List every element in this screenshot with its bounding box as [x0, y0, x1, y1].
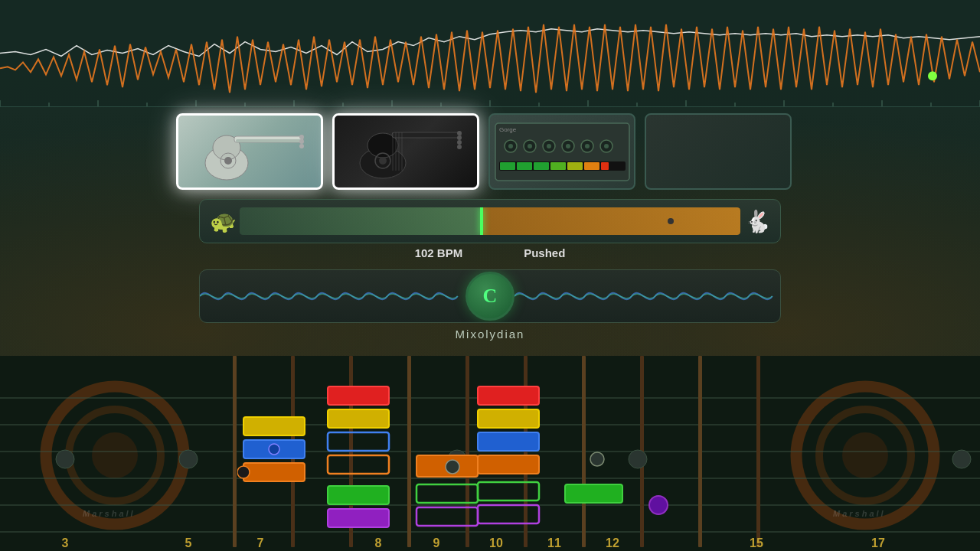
key-waveform-left — [200, 270, 466, 322]
svg-text:Marshall: Marshall — [833, 509, 886, 518]
tempo-dot — [668, 218, 674, 224]
svg-point-41 — [457, 140, 462, 145]
svg-rect-88 — [698, 356, 702, 547]
svg-rect-24 — [236, 139, 303, 142]
svg-point-117 — [446, 460, 459, 474]
svg-point-56 — [604, 144, 609, 148]
card-guitar2[interactable] — [332, 113, 479, 190]
svg-rect-124 — [478, 482, 539, 500]
svg-point-50 — [547, 144, 551, 148]
svg-rect-60 — [534, 162, 549, 170]
svg-rect-114 — [328, 486, 389, 504]
svg-rect-126 — [565, 484, 622, 503]
svg-rect-32 — [392, 132, 461, 138]
svg-point-94 — [952, 450, 971, 468]
tempo-slow-zone — [240, 207, 480, 235]
key-waveform-right — [514, 270, 780, 322]
svg-rect-119 — [416, 507, 478, 526]
notes-fret8 — [322, 356, 421, 547]
tempo-marker — [480, 207, 483, 235]
turtle-icon: 🐢 — [206, 204, 240, 238]
svg-point-46 — [508, 144, 513, 148]
tempo-bar[interactable]: 🐢 🐇 — [199, 199, 781, 243]
svg-text:3: 3 — [62, 536, 69, 549]
svg-rect-89 — [756, 356, 760, 547]
guitar1-image — [188, 121, 311, 182]
svg-rect-80 — [233, 356, 237, 547]
svg-point-39 — [457, 131, 462, 135]
notes-fret10 — [472, 356, 571, 547]
svg-rect-110 — [328, 386, 389, 405]
svg-text:5: 5 — [185, 536, 192, 549]
rabbit-icon: 🐇 — [740, 204, 774, 238]
svg-rect-112 — [328, 432, 389, 451]
notes-fret12 — [628, 356, 689, 547]
svg-text:17: 17 — [871, 536, 885, 549]
svg-point-90 — [56, 450, 74, 468]
svg-rect-122 — [478, 432, 539, 451]
svg-point-68 — [92, 432, 138, 478]
guitar2-image — [345, 121, 467, 182]
key-letter: C — [483, 285, 498, 308]
svg-point-109 — [237, 466, 250, 478]
svg-point-34 — [379, 157, 387, 165]
svg-text:15: 15 — [750, 536, 763, 549]
amp-image: Gorge — [492, 119, 633, 184]
svg-point-27 — [299, 135, 304, 139]
tempo-labels: 102 BPM Pushed — [199, 246, 781, 259]
card-empty[interactable] — [645, 113, 792, 190]
svg-rect-63 — [584, 162, 599, 170]
svg-point-26 — [224, 157, 232, 165]
svg-point-29 — [299, 144, 304, 148]
svg-rect-120 — [478, 386, 539, 405]
svg-point-54 — [585, 144, 590, 148]
svg-rect-58 — [500, 162, 515, 170]
svg-rect-118 — [416, 484, 478, 503]
svg-point-128 — [649, 496, 668, 514]
svg-text:Gorge: Gorge — [499, 126, 517, 133]
pushed-label: Pushed — [524, 246, 565, 259]
svg-text:Marshall: Marshall — [83, 509, 136, 518]
cards-row: Gorge — [176, 113, 804, 190]
svg-rect-125 — [478, 505, 539, 523]
svg-rect-61 — [550, 162, 566, 170]
scale-label: Mixolydian — [456, 328, 525, 341]
svg-rect-64 — [601, 162, 609, 170]
svg-rect-59 — [517, 162, 532, 170]
svg-rect-123 — [478, 455, 539, 474]
fretboard: Marshall Marshall 3 5 7 8 — [0, 356, 980, 551]
svg-point-48 — [528, 144, 532, 148]
svg-point-127 — [590, 452, 604, 466]
svg-rect-113 — [328, 455, 389, 474]
svg-point-91 — [179, 450, 198, 468]
svg-point-28 — [299, 139, 304, 144]
tempo-fast-zone — [480, 207, 740, 235]
svg-point-52 — [566, 144, 570, 148]
waveform-area — [0, 0, 980, 107]
ruler-ticks — [0, 100, 980, 106]
bpm-label: 102 BPM — [415, 246, 463, 259]
card-guitar1[interactable] — [176, 113, 323, 190]
svg-rect-105 — [243, 417, 305, 435]
svg-rect-111 — [328, 409, 389, 428]
svg-rect-108 — [243, 463, 305, 481]
notes-fret11 — [559, 356, 635, 547]
svg-point-40 — [457, 135, 462, 140]
position-dot — [928, 71, 937, 80]
svg-point-72 — [842, 432, 888, 478]
waveform-svg — [0, 0, 980, 106]
svg-rect-62 — [567, 162, 583, 170]
tempo-slider[interactable] — [240, 207, 740, 235]
svg-rect-115 — [328, 509, 389, 527]
svg-point-42 — [457, 145, 462, 149]
svg-point-107 — [269, 444, 279, 455]
key-bar[interactable]: C — [199, 269, 781, 323]
svg-rect-121 — [478, 409, 539, 428]
key-circle[interactable]: C — [466, 272, 514, 321]
card-amp[interactable]: Gorge — [488, 113, 635, 190]
